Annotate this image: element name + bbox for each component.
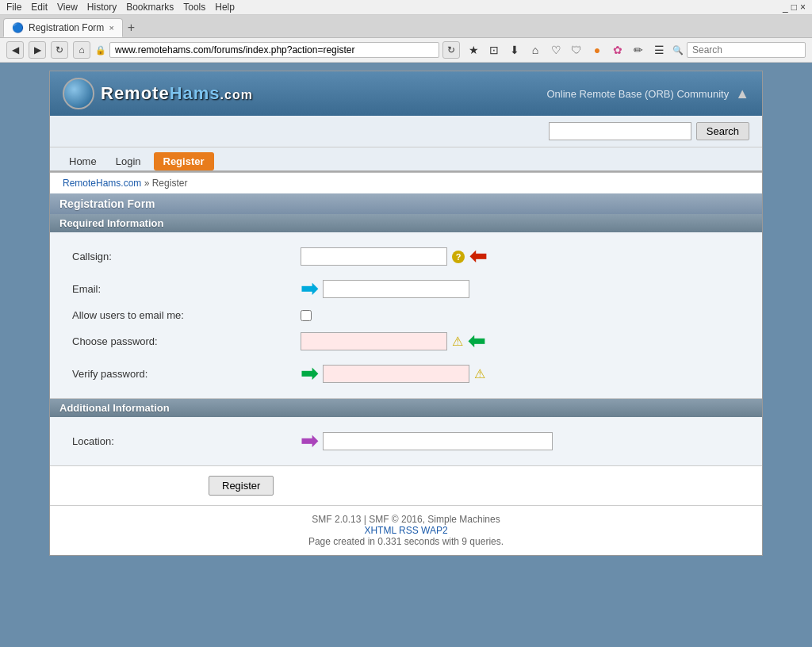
callsign-row: Callsign: ? ⬅ xyxy=(63,240,749,273)
breadcrumb-separator: » xyxy=(141,178,151,189)
menu-tools[interactable]: Tools xyxy=(183,2,205,13)
forward-button[interactable]: ▶ xyxy=(29,41,46,59)
password-arrow-icon: ⬅ xyxy=(468,329,485,354)
required-section-body: Callsign: ? ⬅ Email: ➡ xyxy=(50,232,762,399)
page-wrapper: RemoteHams.com Online Remote Base (ORB) … xyxy=(0,63,812,572)
callsign-help-icon[interactable]: ? xyxy=(452,251,465,263)
breadcrumb-current: Register xyxy=(152,178,188,189)
browser-search-input[interactable] xyxy=(687,42,806,58)
download-icon[interactable]: ⬇ xyxy=(506,41,523,59)
site-nav: Home Login Register xyxy=(50,147,762,172)
browser-window: File Edit View History Bookmarks Tools H… xyxy=(0,0,812,572)
pen-icon[interactable]: ✏ xyxy=(630,41,647,59)
logo-text: RemoteHams.com xyxy=(101,83,253,104)
footer-links-line: XHTML RSS WAP2 xyxy=(58,525,754,536)
footer-xhtml-link[interactable]: XHTML xyxy=(364,525,396,536)
required-section-header: Required Information xyxy=(50,214,762,232)
footer-rss-link[interactable]: RSS xyxy=(399,525,419,536)
tab-bar: 🔵 Registration Form × + xyxy=(0,15,812,38)
verify-password-row: Verify password: ➡ ⚠ xyxy=(63,358,749,390)
theme-icon[interactable]: ✿ xyxy=(609,41,626,59)
menu-bar: File Edit View History Bookmarks Tools H… xyxy=(0,0,812,15)
location-label: Location: xyxy=(63,435,301,447)
email-label: Email: xyxy=(63,283,301,295)
callsign-input[interactable] xyxy=(301,247,447,266)
verify-password-warning-icon: ⚠ xyxy=(474,366,485,381)
menu-help[interactable]: Help xyxy=(215,2,235,13)
form-main-title: Registration Form xyxy=(50,193,762,214)
reload-button[interactable]: ↻ xyxy=(51,41,68,59)
site-container: RemoteHams.com Online Remote Base (ORB) … xyxy=(49,71,763,556)
home-icon[interactable]: ⌂ xyxy=(527,41,544,59)
footer-copyright: SMF © 2016, Simple Machines xyxy=(369,514,500,525)
logo-text-end: .com xyxy=(220,88,253,101)
window-maximize[interactable]: □ xyxy=(791,2,797,13)
window-minimize[interactable]: _ xyxy=(783,2,788,13)
register-button[interactable]: Register xyxy=(209,476,274,496)
menu-file[interactable]: File xyxy=(6,2,21,13)
site-header: RemoteHams.com Online Remote Base (ORB) … xyxy=(50,71,762,116)
breadcrumb: RemoteHams.com » Register xyxy=(50,173,762,193)
email-field-wrap: ➡ xyxy=(301,277,469,301)
location-arrow-icon: ➡ xyxy=(301,429,318,454)
logo-text-start: Remote xyxy=(101,83,170,103)
site-search-input[interactable] xyxy=(549,122,691,140)
back-button[interactable]: ◀ xyxy=(6,41,24,59)
search-area: Search xyxy=(50,116,762,147)
email-arrow-icon: ➡ xyxy=(301,277,318,301)
password-row: Choose password: ⚠ ⬅ xyxy=(63,325,749,358)
allow-email-field-wrap xyxy=(301,310,312,321)
window-close[interactable]: × xyxy=(800,2,806,13)
register-button-row: Register xyxy=(50,466,762,505)
pocket-icon[interactable]: ♡ xyxy=(547,41,565,59)
callsign-label: Callsign: xyxy=(63,251,301,262)
callsign-field-wrap: ? ⬅ xyxy=(301,244,487,269)
password-input[interactable] xyxy=(301,332,447,350)
additional-section-body: Location: ➡ xyxy=(50,417,762,466)
verify-password-input[interactable] xyxy=(323,365,469,383)
refresh-button[interactable]: ↻ xyxy=(442,41,460,59)
additional-section-header: Additional Information xyxy=(50,399,762,417)
logo-text-accent: Hams xyxy=(170,83,220,103)
header-collapse-icon[interactable]: ▲ xyxy=(735,86,749,102)
verify-password-arrow-icon: ➡ xyxy=(301,362,318,386)
nav-login[interactable]: Login xyxy=(109,152,147,170)
location-field-wrap: ➡ xyxy=(301,429,553,454)
nav-home[interactable]: Home xyxy=(63,152,103,170)
tab-close-button[interactable]: × xyxy=(109,23,113,33)
new-tab-button[interactable]: + xyxy=(124,21,138,35)
menu-edit[interactable]: Edit xyxy=(31,2,48,13)
password-field-wrap: ⚠ ⬅ xyxy=(301,329,485,354)
firefox-icon: ● xyxy=(588,41,606,59)
verify-password-field-wrap: ➡ ⚠ xyxy=(301,362,485,386)
nav-register[interactable]: Register xyxy=(154,152,214,170)
allow-email-checkbox[interactable] xyxy=(301,310,312,321)
menu-view[interactable]: View xyxy=(57,2,78,13)
breadcrumb-root[interactable]: RemoteHams.com xyxy=(63,178,141,189)
tab-title: Registration Form xyxy=(29,22,104,33)
site-tagline: Online Remote Base (ORB) Community xyxy=(546,88,729,100)
site-search-button[interactable]: Search xyxy=(696,122,749,140)
location-input[interactable] xyxy=(323,432,553,450)
verify-password-label: Verify password: xyxy=(63,368,301,380)
allow-email-label: Allow users to email me: xyxy=(63,309,301,321)
menu-icon[interactable]: ☰ xyxy=(650,41,668,59)
site-logo: RemoteHams.com xyxy=(63,78,253,109)
home-button[interactable]: ⌂ xyxy=(73,41,90,59)
password-label: Choose password: xyxy=(63,335,301,347)
tab-registration-form[interactable]: 🔵 Registration Form × xyxy=(3,18,123,37)
footer-smf-line: SMF 2.0.13 | SMF © 2016, Simple Machines xyxy=(58,514,754,525)
bookmark-icon[interactable]: ★ xyxy=(465,41,482,59)
footer-wap2-link[interactable]: WAP2 xyxy=(421,525,448,536)
address-bar: ◀ ▶ ↻ ⌂ 🔒 ↻ ★ ⊡ ⬇ ⌂ ♡ 🛡 ● ✿ ✏ ☰ 🔍 xyxy=(0,38,812,63)
location-row: Location: ➡ xyxy=(63,425,749,457)
reader-icon[interactable]: ⊡ xyxy=(485,41,503,59)
site-footer: SMF 2.0.13 | SMF © 2016, Simple Machines… xyxy=(50,505,762,555)
menu-history[interactable]: History xyxy=(87,2,117,13)
url-bar[interactable] xyxy=(109,42,439,58)
email-input[interactable] xyxy=(323,280,469,298)
menu-bookmarks[interactable]: Bookmarks xyxy=(126,2,174,13)
email-row: Email: ➡ xyxy=(63,273,749,305)
allow-email-row: Allow users to email me: xyxy=(63,305,749,325)
footer-page-info: Page created in 0.331 seconds with 9 que… xyxy=(58,536,754,547)
